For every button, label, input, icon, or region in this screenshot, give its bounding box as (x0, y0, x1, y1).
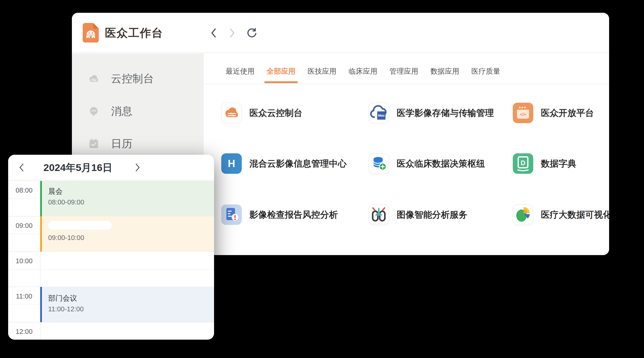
blue-cloud-mas-icon: Mas (368, 103, 389, 123)
app-image-storage-transfer[interactable]: Mas 医学影像存储与传输管理 (368, 103, 494, 123)
event-title: 部门会议 (48, 294, 214, 303)
tab-bar: 最近使用 全部应用 医技应用 临床应用 管理应用 数据应用 医疗质量 (204, 53, 609, 84)
forward-button[interactable] (227, 27, 238, 39)
back-button[interactable] (208, 27, 219, 39)
app-label: 混合云影像信息管理中心 (250, 158, 347, 170)
app-label: 医众临床数据决策枢纽 (397, 158, 485, 170)
calendar-event-morning-meeting[interactable]: 晨会 08:00-09:00 (40, 181, 214, 216)
app-logo-icon (82, 23, 99, 42)
calendar-next-button[interactable] (132, 160, 143, 175)
sidebar-item-label: 日历 (111, 137, 132, 151)
cloud-console-icon (87, 72, 100, 85)
sidebar-item-label: 消息 (111, 104, 132, 119)
tab-medtech-apps[interactable]: 医技应用 (307, 66, 337, 76)
app-report-risk-analysis[interactable]: 影像检查报告风控分析 (221, 204, 338, 225)
app-data-dictionary[interactable]: D 数据字典 (513, 153, 576, 174)
tab-clinical-apps[interactable]: 临床应用 (348, 66, 378, 76)
calendar-event-redacted[interactable]: 09:00-10:00 (40, 216, 214, 252)
event-time: 08:00-09:00 (48, 198, 214, 206)
app-grid: 医众云控制台 Mas 医学影像存储与传输管理 (204, 84, 609, 255)
sidebar-item-calendar[interactable]: 日历 (72, 136, 203, 152)
nav-buttons (208, 13, 257, 53)
calendar-date-title: 2024年5月16日 (43, 155, 113, 180)
redacted-event-title (48, 221, 112, 230)
refresh-button[interactable] (246, 27, 257, 39)
tab-data-apps[interactable]: 数据应用 (430, 66, 460, 76)
app-label: 医疗大数据可视化 (541, 209, 609, 221)
app-big-data-visualization[interactable]: 医疗大数据可视化 (513, 204, 609, 225)
app-hybrid-cloud-center[interactable]: H 混合云影像信息管理中心 (221, 153, 347, 174)
app-title: 医众工作台 (105, 13, 163, 53)
tab-management-apps[interactable]: 管理应用 (389, 66, 419, 76)
event-time: 09:00-10:00 (48, 234, 214, 242)
message-icon (87, 105, 100, 118)
svg-text:Mas: Mas (378, 114, 384, 117)
app-clinical-data-hub[interactable]: 医众临床数据决策枢纽 (368, 153, 485, 174)
pie-chart-icon (513, 204, 533, 225)
calendar-header: 2024年5月16日 (8, 155, 214, 180)
titlebar: 医众工作台 (72, 13, 609, 53)
calendar-prev-button[interactable] (16, 160, 27, 175)
event-title: 晨会 (48, 187, 214, 196)
code-window-icon: </> (513, 103, 533, 123)
tab-recently-used[interactable]: 最近使用 (225, 66, 255, 76)
desktop-background: 医众工作台 (0, 0, 644, 358)
time-label: 08:00 (8, 186, 40, 195)
sidebar-item-messages[interactable]: 消息 (72, 104, 203, 119)
orange-cloud-sliders-icon (221, 103, 242, 123)
content-area: 最近使用 全部应用 医技应用 临床应用 管理应用 数据应用 医疗质量 (204, 53, 609, 255)
svg-text:D: D (521, 159, 526, 167)
app-label: 图像智能分析服务 (397, 209, 468, 221)
green-book-d-icon: D (513, 153, 533, 174)
reload-icon (246, 28, 257, 38)
app-cloud-console[interactable]: 医众云控制台 (221, 103, 302, 123)
chevron-left-icon (212, 29, 215, 37)
event-time: 11:00-12:00 (48, 305, 214, 313)
calendar-event-department-meeting[interactable]: 部门会议 11:00-12:00 (40, 287, 214, 322)
time-label: 10:00 (8, 256, 40, 266)
database-plus-icon (368, 153, 389, 174)
app-label: 数据字典 (541, 158, 576, 170)
blue-h-tile-icon: H (221, 153, 242, 174)
app-label: 医众开放平台 (541, 107, 594, 119)
svg-text:H: H (228, 158, 235, 169)
report-warning-icon (221, 204, 242, 225)
app-open-platform[interactable]: </> 医众开放平台 (513, 103, 594, 123)
calendar-icon (87, 137, 100, 150)
calendar-day-grid: 08:00 09:00 10:00 11:00 12:00 晨会 08:00-0… (8, 181, 214, 340)
lungs-icon (368, 204, 389, 225)
chevron-right-icon (136, 164, 139, 171)
app-image-ai-service[interactable]: 图像智能分析服务 (368, 204, 468, 225)
time-label: 12:00 (8, 327, 40, 336)
chevron-left-icon (20, 164, 23, 171)
calendar-panel: 2024年5月16日 08:00 09:00 10:00 11:00 12:00 (8, 155, 214, 340)
sidebar-item-cloud-console[interactable]: 云控制台 (72, 71, 203, 86)
sidebar-item-label: 云控制台 (111, 72, 154, 86)
time-label: 11:00 (8, 292, 40, 301)
app-label: 医众云控制台 (250, 107, 302, 119)
app-label: 医学影像存储与传输管理 (397, 107, 494, 119)
tab-all-apps[interactable]: 全部应用 (266, 66, 296, 76)
time-label: 09:00 (8, 221, 40, 230)
half-hour-line (8, 269, 214, 269)
svg-text:</>: </> (520, 112, 526, 117)
app-label: 影像检查报告风控分析 (250, 209, 338, 221)
tab-medical-quality[interactable]: 医疗质量 (471, 66, 501, 76)
chevron-right-icon (230, 29, 234, 37)
